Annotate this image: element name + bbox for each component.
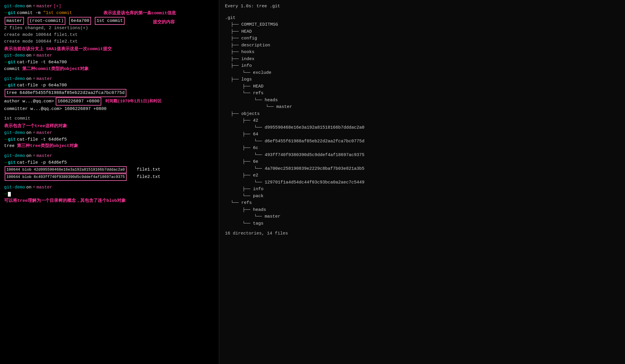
commit-type-output: commit 第二种commit类型的object对象 (4, 66, 215, 72)
tree-objects-6c-hash: └── 493ff740f9380390d5c9ddef4af18697ac93… (225, 152, 619, 159)
blob-line-1: 100644 blob 42d995590468e16e3a192a815181… (4, 166, 215, 174)
arrow-1: → (4, 10, 7, 16)
cmd-line-commit: → git commit -m "1st commit (4, 10, 215, 16)
prompt-line-3: git-demo on ⚡ master (4, 76, 215, 82)
annotation-tree-object: 表示包含了一个tree这样的对象 (4, 123, 215, 130)
annotation-branch-sha: 表示当前在该分支上 SHA1值表示这是一次commit提交 (4, 46, 215, 52)
tree-hash-line: tree 64d6ef5455f61988af85eb22d2aa2fca7bc… (4, 89, 215, 97)
commit-args: commit -m "1st commit (17, 10, 72, 16)
tree-refs-tags: └── tags (225, 220, 619, 227)
username-1: git-demo (4, 3, 25, 10)
tree-logs-refs-heads: └── heads (225, 97, 619, 104)
cmd-cat-file-t: → git cat-file -t 6e4a700 (4, 59, 215, 66)
tree-logs-head: ├── HEAD (225, 83, 619, 90)
tree-index: ├── index (225, 56, 619, 63)
tree-objects-6e-hash: └── 4a700ec258190839e2229c8baf7b03e821a3… (225, 166, 619, 172)
tree-root: .git (225, 15, 619, 22)
create-file2: create mode 100644 file2.txt (4, 38, 215, 45)
prompt-line-5: git-demo on ⚡ master (4, 153, 215, 159)
final-prompt-line: → (4, 191, 215, 197)
commit-result-line: master (root-commit) 6e4a700 1st commit (4, 17, 215, 25)
tree-objects: ├── objects (225, 111, 619, 118)
cmd-cat-file-p: → git cat-file -p 6e4a700 (4, 82, 215, 89)
tree-objects-e2-hash: └── 129701f1a4d54dc44f03c93bca0a2aec7c54… (225, 179, 619, 186)
cmd-cat-file-p2: → git cat-file -p 64d6ef5 (4, 160, 215, 166)
tree-type-output: tree 第三种tree类型的object对象 (4, 143, 215, 149)
tree-objects-6c: ├── 6c (225, 145, 619, 152)
annotation-tree-type: 第三种tree类型的object对象 (17, 143, 78, 149)
prompt-line-2: git-demo on ⚡ master (4, 52, 215, 59)
annotation-tree-concept: 可以将tree理解为一个目录树的概念，其包含了连个blob对象 (4, 198, 215, 204)
committer-line: committer w...@qq.com> 1606226897 +0800 (4, 106, 215, 112)
tree-objects-42-hash: └── d995590468e16e3a192a81518166b7dddac2… (225, 125, 619, 131)
left-terminal: git-demo on ⚡ master [+] → git commit -m… (0, 0, 219, 364)
commit-message-line: 1st commit (4, 116, 215, 122)
tree-objects-pack: └── pack (225, 193, 619, 200)
tree-refs-heads-master: └── master (225, 214, 619, 220)
prompt-line-4: git-demo on ⚡ master (4, 130, 215, 136)
on-label-1: on (26, 3, 32, 10)
tree-refs-heads: ├── heads (225, 207, 619, 214)
tree-objects-e2: ├── e2 (225, 172, 619, 179)
git-keyword-1: git (8, 10, 16, 16)
cmd-cat-file-t2: → git cat-file -t 64d6ef5 (4, 136, 215, 143)
tree-refs: └── refs (225, 200, 619, 206)
tree-footer: 16 directories, 14 files (225, 230, 619, 237)
tree-logs-refs-heads-master: └── master (225, 104, 619, 111)
blob-line-2: 100644 blob 6c493ff740f9380390d5c9ddef4a… (4, 174, 215, 181)
right-terminal: Every 1.0s: tree .git .git ├── COMMIT_ED… (219, 0, 625, 364)
cursor (8, 192, 11, 197)
create-file1: create mode 100644 file1.txt (4, 32, 215, 38)
watch-header: Every 1.0s: tree .git (225, 3, 619, 10)
tree-logs-refs: └── refs (225, 90, 619, 97)
annotation-timestamp: 时间戳(1970年1月1日)和时区 (105, 98, 162, 104)
annotation-commit-type: 第二种commit类型的object对象 (22, 66, 89, 72)
tree-objects-42: ├── 42 (225, 118, 619, 124)
tree-objects-64-hash: └── d6ef5455f61988af85eb22d2aa2fca7bc077… (225, 138, 619, 145)
plus-indicator: [+] (53, 3, 61, 10)
master-box: master (5, 17, 24, 25)
tree-config: ├── config (225, 35, 619, 42)
tree-logs: ├── logs (225, 76, 619, 83)
commit-msg-box: 1st commit (95, 17, 125, 25)
branch-name-1: master (36, 3, 52, 10)
author-line: author w...@qq.com> 1606226897 +0800 时间戳… (4, 97, 215, 106)
tree-commit-editmsg: ├── COMMIT_EDITMSG (225, 22, 619, 28)
prompt-line-6: git-demo on ⚡ master (4, 184, 215, 191)
tree-description: ├── description (225, 42, 619, 49)
tree-hooks: ├── hooks (225, 49, 619, 56)
tree-info: ├── info (225, 63, 619, 69)
files-changed: 2 files changed, 2 insertions(+) (4, 25, 215, 32)
root-commit-box: (root-commit) (28, 17, 65, 25)
tree-objects-6e: ├── 6e (225, 159, 619, 165)
branch-icon-1: ⚡ (33, 3, 35, 10)
tree-objects-info: ├── info (225, 186, 619, 193)
prompt-line-1: git-demo on ⚡ master [+] (4, 3, 215, 10)
sha-box: 6e4a700 (69, 17, 91, 25)
tree-exclude: └── exclude (225, 70, 619, 76)
tree-objects-64: ├── 64 (225, 131, 619, 138)
tree-head: ├── HEAD (225, 29, 619, 35)
